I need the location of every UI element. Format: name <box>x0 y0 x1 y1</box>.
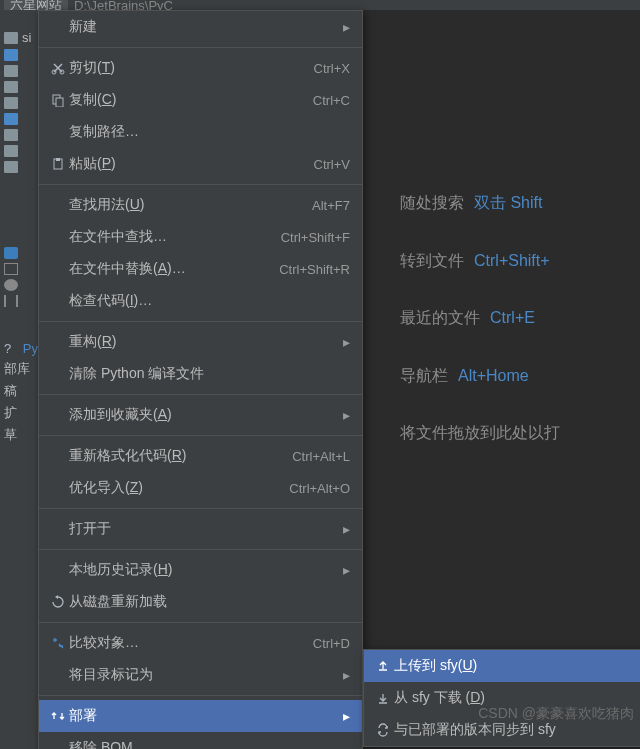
hint-label: 随处搜索 <box>400 190 464 216</box>
chevron-right-icon: ▸ <box>343 708 350 724</box>
menu-compare[interactable]: 比较对象…Ctrl+D <box>39 627 362 659</box>
tool-window[interactable] <box>0 293 39 309</box>
folder-icon <box>4 161 18 173</box>
watermark: CSDN @豪豪喜欢吃猪肉 <box>478 705 634 723</box>
menu-reload-disk[interactable]: 从磁盘重新加载 <box>39 586 362 618</box>
terminal-icon <box>4 263 18 275</box>
bottom-item[interactable]: 部库 <box>0 358 39 380</box>
hint-label: 最近的文件 <box>400 305 480 331</box>
separator <box>39 695 362 696</box>
chevron-right-icon: ▸ <box>343 407 350 423</box>
menu-paste[interactable]: 粘贴(P)Ctrl+V <box>39 148 362 180</box>
project-item[interactable] <box>0 95 39 111</box>
hint-shortcut: Alt+Home <box>458 363 529 389</box>
project-root[interactable]: si <box>0 28 39 47</box>
menu-optimize-imports[interactable]: 优化导入(Z)Ctrl+Alt+O <box>39 472 362 504</box>
chevron-right-icon: ▸ <box>343 334 350 350</box>
project-item[interactable] <box>0 143 39 159</box>
cut-icon <box>47 61 69 75</box>
python-icon <box>4 247 18 259</box>
menu-copy-path[interactable]: 复制路径… <box>39 116 362 148</box>
hint-label: 转到文件 <box>400 248 464 274</box>
menu-remove-bom[interactable]: 移除 BOM <box>39 732 362 749</box>
menu-add-favorites[interactable]: 添加到收藏夹(A)▸ <box>39 399 362 431</box>
folder-icon <box>4 113 18 125</box>
menu-new[interactable]: 新建▸ <box>39 11 362 43</box>
tool-window[interactable] <box>0 261 39 277</box>
project-item[interactable] <box>0 127 39 143</box>
copy-icon <box>47 93 69 107</box>
menu-inspect-code[interactable]: 检查代码(I)… <box>39 285 362 317</box>
upload-icon <box>372 659 394 673</box>
chevron-right-icon: ▸ <box>343 562 350 578</box>
svg-rect-5 <box>56 158 60 161</box>
project-panel: si ? Py 部库 稿 扩 草 <box>0 10 40 749</box>
separator <box>39 508 362 509</box>
separator <box>39 435 362 436</box>
menu-replace-in-files[interactable]: 在文件中替换(A)…Ctrl+Shift+R <box>39 253 362 285</box>
separator <box>39 549 362 550</box>
chevron-right-icon: ▸ <box>343 19 350 35</box>
chevron-right-icon: ▸ <box>343 521 350 537</box>
menu-find-in-files[interactable]: 在文件中查找…Ctrl+Shift+F <box>39 221 362 253</box>
project-item[interactable] <box>0 79 39 95</box>
project-item[interactable] <box>0 63 39 79</box>
hint-shortcut: 双击 Shift <box>474 190 542 216</box>
folder-icon <box>4 81 18 93</box>
folder-icon <box>4 32 18 44</box>
deploy-icon <box>47 709 69 723</box>
hint-shortcut: Ctrl+E <box>490 305 535 331</box>
bar-icon <box>4 295 18 307</box>
project-root-label: si <box>22 30 31 45</box>
folder-icon <box>4 97 18 109</box>
compare-icon <box>47 636 69 650</box>
menu-local-history[interactable]: 本地历史记录(H)▸ <box>39 554 362 586</box>
menu-mark-dir[interactable]: 将目录标记为▸ <box>39 659 362 691</box>
bottom-item[interactable]: 草 <box>0 424 39 446</box>
folder-icon <box>4 49 18 61</box>
project-item[interactable] <box>0 47 39 63</box>
editor-hints: 随处搜索双击 Shift 转到文件Ctrl+Shift+ 最近的文件Ctrl+E… <box>400 190 560 478</box>
menu-refactor[interactable]: 重构(R)▸ <box>39 326 362 358</box>
chevron-right-icon: ▸ <box>343 667 350 683</box>
download-icon <box>372 691 394 705</box>
hint-shortcut: Ctrl+Shift+ <box>474 248 550 274</box>
bottom-item[interactable]: 稿 <box>0 380 39 402</box>
menu-deploy[interactable]: 部署▸ <box>39 700 362 732</box>
svg-rect-3 <box>56 98 63 107</box>
menu-clean-pyc[interactable]: 清除 Python 编译文件 <box>39 358 362 390</box>
project-item[interactable] <box>0 159 39 175</box>
reload-icon <box>47 595 69 609</box>
context-menu: 新建▸ 剪切(T)Ctrl+X 复制(C)Ctrl+C 复制路径… 粘贴(P)C… <box>38 10 363 749</box>
folder-icon <box>4 65 18 77</box>
menu-reformat[interactable]: 重新格式化代码(R)Ctrl+Alt+L <box>39 440 362 472</box>
sync-icon <box>372 723 394 737</box>
paste-icon <box>47 157 69 171</box>
project-item[interactable] <box>0 111 39 127</box>
separator <box>39 622 362 623</box>
py-label[interactable]: ? Py <box>0 339 39 358</box>
menu-cut[interactable]: 剪切(T)Ctrl+X <box>39 52 362 84</box>
menu-open-in[interactable]: 打开于▸ <box>39 513 362 545</box>
separator <box>39 394 362 395</box>
hint-label: 将文件拖放到此处以打 <box>400 420 560 446</box>
separator <box>39 184 362 185</box>
separator <box>39 321 362 322</box>
submenu-upload[interactable]: 上传到 sfy(U) <box>364 650 640 682</box>
gear-icon <box>4 279 18 291</box>
tool-window[interactable] <box>0 277 39 293</box>
tool-window[interactable] <box>0 245 39 261</box>
folder-icon <box>4 145 18 157</box>
menu-find-usages[interactable]: 查找用法(U)Alt+F7 <box>39 189 362 221</box>
separator <box>39 47 362 48</box>
menu-copy[interactable]: 复制(C)Ctrl+C <box>39 84 362 116</box>
deploy-submenu: 上传到 sfy(U) 从 sfy 下载 (D) 与已部署的版本同步到 sfy <box>363 649 640 747</box>
folder-icon <box>4 129 18 141</box>
bottom-item[interactable]: 扩 <box>0 402 39 424</box>
hint-label: 导航栏 <box>400 363 448 389</box>
